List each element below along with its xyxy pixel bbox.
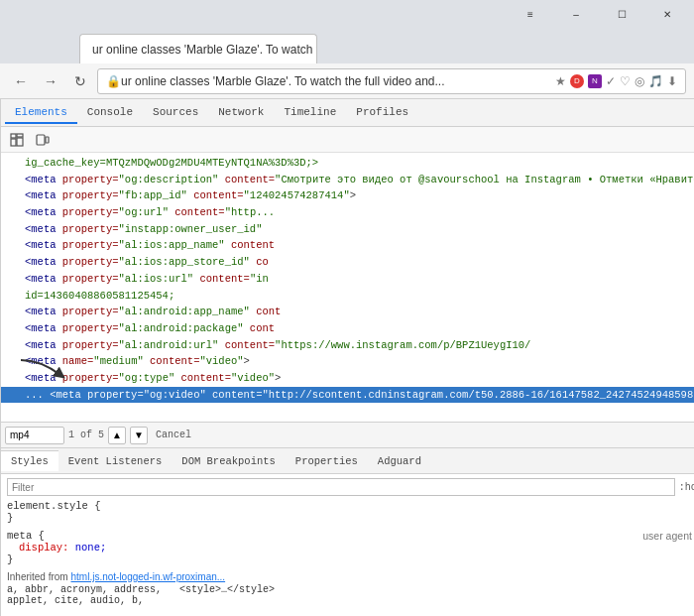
style-prop-display: display: none; <box>7 542 694 554</box>
close-button[interactable]: ✕ <box>644 0 690 28</box>
tab-sources[interactable]: Sources <box>143 102 208 124</box>
html-line: <meta property="og:type" content="video"… <box>1 370 694 387</box>
search-bar: 1 of 5 ▲ ▼ Cancel <box>1 423 694 448</box>
html-content: ig_cache_key=MTQzMDQwODg2MDU4MTEyNTQ1NA%… <box>1 153 694 422</box>
html-line: <meta property="al:android:url" content=… <box>1 337 694 354</box>
address-text: ur online classes 'Marble Glaze'. To wat… <box>121 74 555 88</box>
html-line: <meta property="instapp:owner_user_id" <box>1 221 694 238</box>
tab-console[interactable]: Console <box>77 102 143 124</box>
device-mode-icon[interactable] <box>33 130 53 150</box>
main-area: Войти аться 4 ч ble int ble video z <box>0 99 694 616</box>
style-selector-meta: meta { user agent stylesheet <box>7 530 694 542</box>
svg-rect-0 <box>11 134 16 138</box>
svg-rect-1 <box>17 134 23 137</box>
html-panel: ig_cache_key=MTQzMDQwODg2MDU4MTEyNTQ1NA%… <box>1 153 694 422</box>
star-icon: ★ <box>555 74 566 88</box>
browser-tab[interactable]: ur online classes 'Marble Glaze'. To wat… <box>79 34 317 63</box>
inherited-selectors: a, abbr, acronym, address, <style>…</sty… <box>7 584 694 606</box>
tab-network[interactable]: Network <box>208 102 274 124</box>
inherited-link[interactable]: html.js.not-logged-in.wf-proximan... <box>70 571 225 582</box>
tab-timeline[interactable]: Timeline <box>274 102 346 124</box>
devtools-tabs: Elements Console Sources Network Timelin… <box>5 102 694 124</box>
arrow-indicator <box>11 355 70 388</box>
back-button[interactable]: ← <box>8 68 34 94</box>
html-line-selected[interactable]: ... <meta property="og:video" content="h… <box>1 387 694 404</box>
title-bar: ≡ – ☐ ✕ <box>0 0 694 28</box>
style-comment: user agent stylesheet <box>642 530 694 542</box>
minimize-icon: – <box>573 9 579 20</box>
search-input[interactable] <box>5 427 64 444</box>
search-count: 1 of 5 <box>68 430 104 440</box>
restore-button[interactable]: ☐ <box>599 0 644 28</box>
search-cancel-button[interactable]: Cancel <box>152 430 195 440</box>
svg-rect-4 <box>37 135 45 145</box>
inspect-element-icon[interactable] <box>7 130 27 150</box>
close-icon: ✕ <box>663 9 671 20</box>
style-rule-close-2: } <box>7 554 694 565</box>
html-line: <meta property="og:description" content=… <box>1 172 694 188</box>
download-icon: ⬇ <box>667 74 677 88</box>
filter-pseudo[interactable]: :hov <box>679 482 694 493</box>
styles-tab-properties[interactable]: Properties <box>286 451 368 471</box>
styles-tab-dom-breakpoints[interactable]: DOM Breakpoints <box>172 451 286 471</box>
html-line: <meta name="medium" content="video"> <box>1 353 694 370</box>
minimize-button[interactable]: – <box>553 0 599 28</box>
lock-icon: 🔒 <box>106 74 121 88</box>
bottom-panel: 1 of 5 ▲ ▼ Cancel Styles Event Listeners… <box>1 422 694 616</box>
styles-content: :hov .cls + element.style { } <box>1 474 694 616</box>
styles-tab-styles[interactable]: Styles <box>1 450 58 471</box>
nav-bar: ← → ↻ 🔒 ur online classes 'Marble Glaze'… <box>0 63 694 99</box>
tab-profiles[interactable]: Profiles <box>346 102 418 124</box>
inherited-from-label: Inherited from html.js.not-logged-in.wf-… <box>7 571 694 582</box>
restore-icon: ☐ <box>618 9 627 20</box>
tab-bar: ur online classes 'Marble Glaze'. To wat… <box>0 28 694 63</box>
refresh-icon: ↻ <box>74 73 86 89</box>
search-next-button[interactable]: ▼ <box>130 427 148 444</box>
address-bar[interactable]: 🔒 ur online classes 'Marble Glaze'. To w… <box>97 68 686 94</box>
devtools-secondary-toolbar <box>1 127 694 153</box>
html-line: id=14360408860581125454; <box>1 288 694 305</box>
inherited-rules: a, abbr, acronym, address, <style>…</sty… <box>7 584 694 606</box>
forward-icon: → <box>44 73 58 89</box>
html-line: <meta property="al:android:package" cont <box>1 320 694 337</box>
svg-rect-2 <box>11 139 16 146</box>
html-line: <meta property="fb:app_id" content="1240… <box>1 187 694 204</box>
styles-tab-event-listeners[interactable]: Event Listeners <box>58 451 173 471</box>
devtools-panel: Elements Console Sources Network Timelin… <box>1 99 694 616</box>
html-line: <meta property="al:android:app_name" con… <box>1 304 694 320</box>
filter-input[interactable] <box>7 478 675 496</box>
refresh-button[interactable]: ↻ <box>67 68 93 94</box>
title-bar-buttons: ≡ – ☐ ✕ <box>508 0 690 28</box>
styles-left: Styles Event Listeners DOM Breakpoints P… <box>1 448 694 616</box>
back-icon: ← <box>14 73 28 89</box>
html-line: <meta property="al:ios:url" content="in <box>1 271 694 288</box>
extension-icon-6: 🎵 <box>648 74 663 88</box>
svg-rect-3 <box>17 138 23 146</box>
styles-tab-adguard[interactable]: Adguard <box>368 451 431 471</box>
svg-rect-5 <box>46 137 49 143</box>
forward-button[interactable]: → <box>38 68 63 94</box>
extension-icon-4: ♡ <box>620 74 631 88</box>
style-rule-meta: meta { user agent stylesheet display: no… <box>7 530 694 565</box>
hamburger-button[interactable]: ≡ <box>508 0 553 28</box>
extension-icon-5: ◎ <box>635 74 644 88</box>
html-line: <meta property="al:ios:app_store_id" co <box>1 254 694 271</box>
style-selector: element.style { <box>7 500 694 512</box>
search-prev-button[interactable]: ▲ <box>108 427 126 444</box>
extension-icon-3: ✓ <box>606 74 616 88</box>
devtools-toolbar: Elements Console Sources Network Timelin… <box>1 99 694 127</box>
extension-icon-2: N <box>588 74 602 88</box>
html-line: ig_cache_key=MTQzMDQwODg2MDU4MTEyNTQ1NA%… <box>1 155 694 172</box>
hamburger-icon: ≡ <box>527 9 533 20</box>
html-line: <meta property="og:url" content="http... <box>1 204 694 221</box>
styles-tabs: Styles Event Listeners DOM Breakpoints P… <box>1 448 694 474</box>
tab-elements[interactable]: Elements <box>5 102 77 124</box>
html-line: <meta property="al:ios:app_name" content <box>1 237 694 254</box>
styles-panel: Styles Event Listeners DOM Breakpoints P… <box>1 448 694 616</box>
filter-row: :hov .cls + <box>7 478 694 496</box>
extension-icon-1: D <box>570 74 584 88</box>
style-rule-element: element.style { } <box>7 500 694 524</box>
tab-label: ur online classes 'Marble Glaze'. To wat… <box>92 43 317 57</box>
style-rule-close: } <box>7 512 694 524</box>
